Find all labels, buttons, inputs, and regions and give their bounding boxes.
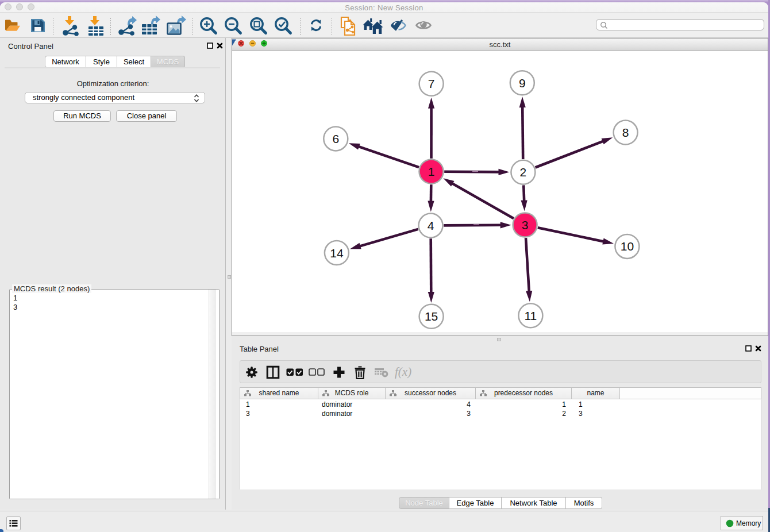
svg-text:2: 2 bbox=[520, 165, 527, 179]
svg-text:3: 3 bbox=[522, 218, 529, 232]
svg-text:8: 8 bbox=[622, 126, 629, 139]
svg-text:1: 1 bbox=[428, 165, 435, 178]
svg-text:10: 10 bbox=[621, 240, 634, 253]
svg-text:14: 14 bbox=[330, 246, 344, 260]
svg-text:4: 4 bbox=[428, 219, 434, 232]
svg-text:9: 9 bbox=[519, 76, 526, 90]
svg-text:6: 6 bbox=[332, 132, 339, 145]
svg-text:7: 7 bbox=[428, 77, 435, 90]
svg-text:11: 11 bbox=[524, 309, 537, 322]
svg-text:15: 15 bbox=[425, 310, 438, 323]
